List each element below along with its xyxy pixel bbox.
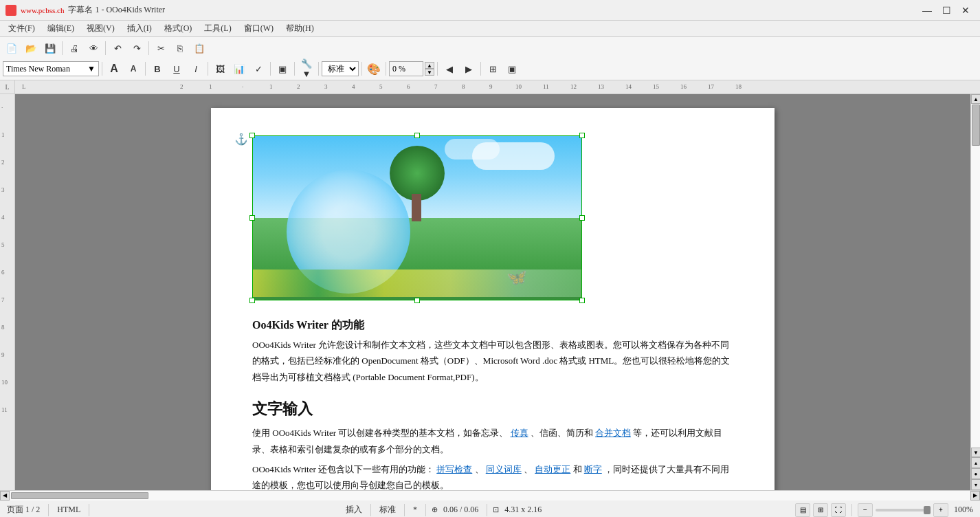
- redo-button[interactable]: ↷: [128, 40, 146, 56]
- image-wrapper[interactable]: ⚓ 🦋: [252, 135, 582, 300]
- nav-prev-button[interactable]: ◀: [441, 60, 458, 77]
- handle-bc[interactable]: [414, 298, 420, 303]
- app-logo: [5, 5, 16, 16]
- ruler-10: 10: [515, 83, 522, 90]
- menu-format[interactable]: 格式(O): [159, 21, 198, 36]
- image-flowers: [252, 270, 582, 297]
- font-name-arrow: ▼: [87, 64, 96, 74]
- menu-insert[interactable]: 插入(I): [122, 21, 157, 36]
- menu-file[interactable]: 文件(F): [3, 21, 41, 36]
- insert-special-button[interactable]: ✓: [249, 60, 267, 77]
- menu-edit[interactable]: 编辑(E): [42, 21, 80, 36]
- scroll-track[interactable]: [971, 104, 980, 448]
- handle-ml[interactable]: [249, 215, 255, 221]
- extra-button-2[interactable]: ▣: [503, 60, 521, 77]
- menu-view[interactable]: 视图(V): [81, 21, 120, 36]
- handle-tl[interactable]: [249, 133, 255, 138]
- link-fax[interactable]: 传真: [511, 428, 528, 438]
- link-autocorrect[interactable]: 自动更正: [535, 464, 570, 474]
- selection-mode[interactable]: 标准: [377, 504, 399, 516]
- lr-4: 4: [1, 214, 5, 221]
- handle-tr[interactable]: [579, 133, 585, 138]
- color-button[interactable]: 🎨: [365, 60, 383, 77]
- save-button[interactable]: 💾: [41, 40, 59, 56]
- separator-f5: [294, 62, 295, 76]
- page-container: ⚓ 🦋: [15, 94, 970, 490]
- separator-f9: [437, 62, 438, 76]
- zoom-down-button[interactable]: ▼: [425, 69, 434, 76]
- page-down-button[interactable]: ▾: [971, 479, 980, 490]
- para3-start: OOo4Kids Writer 还包含以下一些有用的功能：: [252, 464, 434, 474]
- status-sep-5: [425, 504, 426, 516]
- link-thesaurus[interactable]: 同义词库: [486, 464, 522, 474]
- minimize-button[interactable]: —: [918, 3, 936, 17]
- maximize-button[interactable]: ☐: [937, 3, 955, 17]
- h-scroll-track[interactable]: [10, 491, 970, 500]
- para-features-list: OOo4Kids Writer 还包含以下一些有用的功能： 拼写检查 、 同义词…: [252, 461, 733, 490]
- zoom-up-button[interactable]: ▲: [425, 62, 434, 69]
- link-merge[interactable]: 合并文档: [595, 428, 631, 438]
- insert-mode[interactable]: 插入: [343, 504, 365, 516]
- title-bar: www.pcbss.ch 字幕名 1 - OOo4Kids Writer — ☐…: [0, 0, 980, 21]
- link-hyphenation[interactable]: 断字: [584, 464, 602, 474]
- handle-bl[interactable]: [249, 298, 255, 303]
- document-area[interactable]: ⚓ 🦋: [15, 94, 970, 490]
- zoom-slider[interactable]: [876, 509, 931, 512]
- page-circle-button[interactable]: ●: [971, 468, 980, 479]
- scroll-thumb[interactable]: [972, 104, 980, 146]
- para3-mid3: 和: [573, 464, 582, 474]
- menu-help[interactable]: 帮助(H): [280, 21, 320, 36]
- frame-button[interactable]: ▣: [274, 60, 291, 77]
- menu-window[interactable]: 窗口(W): [238, 21, 279, 36]
- document-page: ⚓ 🦋: [211, 108, 775, 490]
- view-normal-button[interactable]: ▤: [795, 503, 810, 517]
- paste-button[interactable]: 📋: [190, 40, 208, 56]
- h-scroll-right-button[interactable]: ▶: [970, 491, 980, 500]
- page-up-button[interactable]: ▴: [971, 457, 980, 468]
- ruler-7: 7: [434, 83, 438, 90]
- insert-image-button[interactable]: 🖼: [211, 60, 229, 77]
- copy-button[interactable]: ⎘: [171, 40, 189, 56]
- insert-chart-button[interactable]: 📊: [230, 60, 248, 77]
- style-select[interactable]: 标准: [322, 61, 359, 76]
- handle-mr[interactable]: [579, 215, 585, 221]
- underline-button[interactable]: U: [168, 60, 186, 77]
- open-button[interactable]: 📂: [22, 40, 40, 56]
- nav-next-button[interactable]: ▶: [460, 60, 478, 77]
- zoom-plus-button[interactable]: +: [933, 503, 948, 517]
- font-name-dropdown[interactable]: Times New Roman ▼: [3, 61, 99, 76]
- zoom-slider-thumb[interactable]: [924, 506, 931, 514]
- font-smaller-button[interactable]: A: [124, 60, 142, 77]
- h-scroll-left-button[interactable]: ◀: [0, 491, 10, 500]
- extra-button[interactable]: ⊞: [484, 60, 502, 77]
- font-larger-button[interactable]: A: [105, 60, 123, 77]
- bold-button[interactable]: B: [148, 60, 166, 77]
- image-tree-trunk: [412, 194, 421, 221]
- menu-bar: 文件(F) 编辑(E) 视图(V) 插入(I) 格式(O) 工具(L) 窗口(W…: [0, 21, 980, 37]
- cut-button[interactable]: ✂: [152, 40, 170, 56]
- status-sep-1: [48, 504, 49, 516]
- undo-button[interactable]: ↶: [109, 40, 126, 56]
- ruler-18: 18: [735, 83, 742, 90]
- para2-text: 使用 OOo4Kids Writer 可以创建各种类型的基本文档，如备忘录、: [252, 428, 508, 438]
- status-right: ▤ ⊞ ⛶ − + 100%: [795, 503, 976, 517]
- menu-tools[interactable]: 工具(L): [199, 21, 236, 36]
- handle-br[interactable]: [579, 298, 585, 303]
- lr-6: 6: [1, 269, 5, 276]
- new-button[interactable]: 📄: [3, 40, 21, 56]
- italic-button[interactable]: I: [187, 60, 205, 77]
- close-button[interactable]: ✕: [957, 3, 975, 17]
- h-scroll-thumb[interactable]: [11, 492, 148, 499]
- link-spellcheck[interactable]: 拼写检查: [436, 464, 472, 474]
- scroll-down-button[interactable]: ▼: [971, 448, 980, 457]
- ruler-14: 14: [625, 83, 632, 90]
- view-web-button[interactable]: ⊞: [813, 503, 828, 517]
- view-full-button[interactable]: ⛶: [831, 503, 846, 517]
- document-image[interactable]: 🦋: [252, 135, 582, 300]
- print-button[interactable]: 🖨: [65, 40, 83, 56]
- handle-tc[interactable]: [414, 133, 420, 138]
- preview-button[interactable]: 👁: [85, 40, 102, 56]
- zoom-minus-button[interactable]: −: [858, 503, 873, 517]
- tools-dropdown-button[interactable]: 🔧▼: [298, 60, 315, 77]
- scroll-up-button[interactable]: ▲: [971, 94, 980, 104]
